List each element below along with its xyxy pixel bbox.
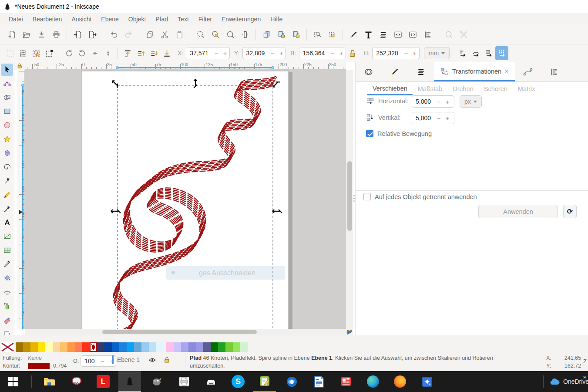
align-distribute-button[interactable]: [420, 28, 435, 42]
tool-selector[interactable]: [1, 64, 13, 76]
import-button[interactable]: [70, 28, 85, 42]
palette-swatch[interactable]: [82, 342, 90, 352]
palette-swatch[interactable]: [53, 342, 60, 352]
height-minus-button[interactable]: −: [402, 50, 410, 57]
zoom-drawing-button[interactable]: [208, 28, 223, 42]
tab-layers[interactable]: [408, 62, 434, 81]
fill-stroke-indicator[interactable]: Füllung: Keine Kontur: 0,794: [3, 355, 67, 369]
taskbar-writer-document[interactable]: [308, 371, 330, 392]
y-plus-button[interactable]: +: [277, 50, 286, 57]
taskbar-photos[interactable]: [416, 371, 438, 392]
height-plus-button[interactable]: +: [410, 50, 419, 57]
layer-visibility-icon[interactable]: [148, 356, 156, 364]
vertikal-plus-button[interactable]: +: [443, 115, 452, 122]
affect-rotate-button[interactable]: [469, 46, 482, 60]
taskbar-file-explorer[interactable]: [38, 371, 60, 392]
vertikal-field[interactable]: 5,000 − +: [412, 112, 454, 124]
y-field[interactable]: 32,809 − +: [242, 47, 286, 59]
tool-pencil[interactable]: [1, 189, 13, 201]
lock-ratio-icon[interactable]: [346, 46, 359, 60]
guides-lock-icon[interactable]: [17, 63, 23, 69]
opacity-field[interactable]: 100 − +: [81, 355, 116, 367]
taskbar-news-app[interactable]: [335, 371, 357, 392]
flip-vertical-button[interactable]: [101, 46, 114, 60]
taskbar-inkscape[interactable]: [118, 371, 141, 392]
palette-swatch[interactable]: [211, 342, 218, 352]
text-dialog-button[interactable]: [361, 28, 376, 42]
no-color-swatch[interactable]: [1, 342, 14, 352]
palette-swatch[interactable]: [112, 342, 119, 352]
duplicate-button[interactable]: [259, 28, 274, 42]
opacity-minus-button[interactable]: −: [98, 358, 107, 365]
move-unit-dropdown[interactable]: px: [460, 95, 482, 108]
horizontal-plus-button[interactable]: +: [443, 98, 452, 105]
preferences-button[interactable]: [456, 28, 471, 42]
tool-calligraphy[interactable]: [1, 203, 13, 215]
x-field[interactable]: 37,571 − +: [186, 47, 230, 59]
palette-swatch[interactable]: [233, 342, 240, 352]
tray-overflow-chevron[interactable]: »: [583, 374, 586, 380]
tool-mesh-gradient[interactable]: [1, 244, 13, 257]
layers-dialog-button[interactable]: [376, 28, 390, 42]
tab-close-icon[interactable]: ×: [505, 68, 509, 75]
taskbar-snipping-tool[interactable]: [65, 371, 88, 392]
select-all-button[interactable]: [3, 46, 17, 60]
palette-swatch[interactable]: [75, 342, 82, 352]
palette-swatch[interactable]: [16, 342, 23, 352]
taskbar-leo-app[interactable]: L: [92, 371, 114, 392]
paste-button[interactable]: [172, 28, 187, 42]
palette-swatch[interactable]: [149, 342, 156, 352]
stroke-color-swatch[interactable]: [28, 363, 50, 369]
stroke-width-value[interactable]: 0,794: [53, 363, 67, 369]
start-button[interactable]: [2, 371, 24, 392]
horizontal-field[interactable]: 5,000 − +: [412, 95, 454, 108]
relative-movement-checkbox[interactable]: [366, 130, 373, 137]
width-field[interactable]: 156,364 − +: [299, 47, 346, 59]
horizontal-scrollbar-thumb[interactable]: [102, 330, 257, 334]
select-all-layers-button[interactable]: [17, 46, 30, 60]
fill-stroke-dialog-button[interactable]: [346, 28, 361, 42]
lower-to-bottom-button[interactable]: [160, 46, 173, 60]
xml-editor-button[interactable]: [390, 28, 405, 42]
palette-swatch[interactable]: [60, 342, 67, 352]
palette-swatch[interactable]: [240, 342, 248, 352]
tab-align[interactable]: [541, 62, 567, 81]
menu-hilfe[interactable]: Hilfe: [266, 14, 287, 24]
undo-button[interactable]: [106, 28, 121, 42]
tool-gradient[interactable]: [1, 230, 13, 243]
select-original-button[interactable]: [310, 28, 325, 42]
unit-dropdown[interactable]: mm: [424, 47, 450, 59]
reset-button[interactable]: ⟳: [563, 205, 577, 218]
color-managed-view-toggle[interactable]: [346, 329, 353, 335]
export-button[interactable]: [85, 28, 100, 42]
taskbar-onedrive[interactable]: OneDrive: [549, 371, 588, 392]
palette-swatch[interactable]: [23, 342, 30, 352]
palette-swatch[interactable]: [196, 342, 203, 352]
subtab-matrix[interactable]: Matrix: [513, 83, 540, 95]
redo-button[interactable]: [121, 28, 136, 42]
palette-swatch[interactable]: [30, 342, 38, 352]
horizontal-minus-button[interactable]: −: [434, 98, 443, 105]
palette-swatch[interactable]: [38, 342, 45, 352]
edit-find-button[interactable]: [325, 28, 339, 42]
menu-text[interactable]: Text: [173, 14, 193, 24]
tool-spray[interactable]: [1, 300, 13, 312]
tab-path-effects[interactable]: [515, 62, 541, 81]
palette-swatch[interactable]: [203, 342, 211, 352]
taskbar-skype[interactable]: S: [227, 371, 249, 392]
clone-button[interactable]: [274, 28, 289, 42]
tab-transformationen[interactable]: Transformationen ×: [434, 62, 515, 81]
apply-per-object-checkbox[interactable]: [363, 193, 371, 200]
palette-swatch[interactable]: [156, 342, 164, 352]
tool-rectangle[interactable]: [1, 105, 13, 118]
zoom-page-button[interactable]: [223, 28, 238, 42]
flip-horizontal-button[interactable]: [88, 46, 101, 60]
x-minus-button[interactable]: −: [212, 50, 221, 57]
tool-dropper[interactable]: [1, 258, 13, 270]
tool-pen[interactable]: [1, 175, 13, 187]
raise-to-top-button[interactable]: [121, 46, 134, 60]
cut-button[interactable]: [157, 28, 172, 42]
taskbar-thunderbird[interactable]: [280, 371, 303, 392]
menu-bearbeiten[interactable]: Bearbeiten: [28, 14, 67, 24]
new-document-button[interactable]: [4, 28, 19, 42]
